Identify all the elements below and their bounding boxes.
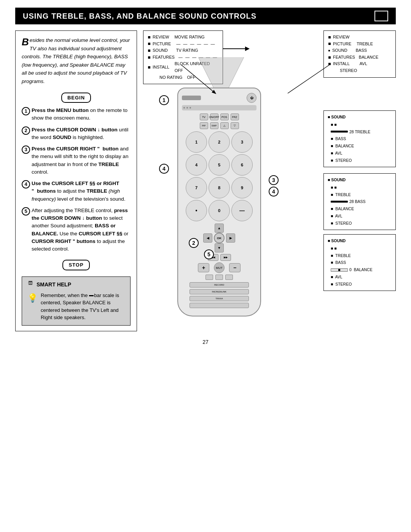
incredilink-btn[interactable]: INCREDILINK bbox=[190, 289, 249, 294]
step-1-number: 1 bbox=[22, 107, 30, 115]
step-circle-4a: 4 bbox=[159, 164, 169, 174]
step-2: 2 Press the CURSOR DOWN ↓ button until t… bbox=[22, 126, 131, 142]
menu5-sound-label: ■ SOUND bbox=[328, 238, 392, 244]
lightbulb-icon: 💡 bbox=[27, 292, 38, 304]
step-circle-1: 1 bbox=[159, 95, 169, 105]
drop-cap: B bbox=[22, 37, 29, 47]
smarthelp-icon bbox=[27, 281, 33, 288]
menu1-sound: SOUNDTV RATING bbox=[148, 47, 218, 54]
ffwd-btn[interactable]: ▶▶ bbox=[220, 254, 231, 261]
num-6[interactable]: 6 bbox=[231, 154, 253, 176]
menu4-balance: ■ BALANCE bbox=[331, 206, 392, 212]
power-button[interactable]: ⏻ bbox=[247, 93, 256, 103]
num-7[interactable]: 7 bbox=[186, 177, 207, 198]
tv-btn[interactable]: TV bbox=[200, 113, 208, 120]
step-circle-3: 3 bbox=[269, 175, 279, 185]
num-dot[interactable]: • bbox=[186, 200, 207, 221]
menu5-bass: ■ BASS bbox=[331, 259, 392, 266]
intro-text: B esides the normal volume level control… bbox=[22, 36, 131, 86]
num-2[interactable]: 2 bbox=[209, 131, 230, 153]
menu4-bass: 28 BASS bbox=[331, 198, 392, 205]
menu3-balance: ■ BALANCE bbox=[331, 143, 392, 149]
position-btn[interactable]: POS bbox=[220, 113, 229, 120]
remote-top: ⏻ bbox=[182, 93, 256, 103]
menu5-dots: ■ ■ bbox=[331, 245, 392, 252]
remote-bottom: RECORD INCREDILINK TRIVIA bbox=[182, 282, 256, 308]
step-5-content: After adjusting the TREBLE control, pres… bbox=[32, 207, 131, 253]
menu4-avl: ■ AVL bbox=[331, 213, 392, 219]
arrow-right bbox=[223, 45, 250, 54]
menu-box-3: ■ SOUND ■ ■ 28 TREBLE ■ BASS ■ BALANCE ■… bbox=[323, 110, 396, 167]
small-btn-2[interactable] bbox=[215, 275, 223, 280]
menu3-stereo: ■ STEREO bbox=[331, 157, 392, 164]
menu3-bass: ■ BASS bbox=[331, 136, 392, 142]
page-title: Using Treble, Bass, and Balance Sound Co… bbox=[23, 12, 256, 21]
step-4-number: 4 bbox=[22, 180, 30, 189]
menu3-sound-label: ■ SOUND bbox=[328, 114, 392, 120]
remote-top-buttons: TV ON/OFF POS FRZ bbox=[182, 113, 256, 120]
on-off-btn[interactable]: ON/OFF bbox=[210, 113, 218, 120]
remote-screen bbox=[182, 105, 256, 110]
stop-badge: Stop bbox=[62, 260, 89, 270]
dpad-up[interactable]: ▲ bbox=[215, 224, 224, 233]
svg-marker-4 bbox=[245, 46, 250, 51]
channel-down-btn[interactable]: ▽ bbox=[231, 122, 239, 129]
num-8[interactable]: 8 bbox=[209, 177, 230, 198]
trivia-btn[interactable]: TRIVIA bbox=[190, 296, 249, 301]
svg-marker-5 bbox=[198, 57, 244, 88]
dpad-right[interactable]: ▶ bbox=[226, 233, 235, 243]
step-5-number: 5 bbox=[22, 207, 30, 216]
remote-dpad: ▲ ◀ OK ▶ ▼ bbox=[202, 224, 236, 252]
menu3-avl: ■ AVL bbox=[331, 150, 392, 157]
dpad-down[interactable]: ▼ bbox=[215, 243, 224, 252]
swap-btn[interactable]: SWP bbox=[210, 122, 218, 129]
num-3[interactable]: 3 bbox=[231, 131, 253, 153]
vol-plus-btn[interactable]: + bbox=[198, 263, 209, 272]
menu4-sound-label: ■ SOUND bbox=[328, 177, 392, 183]
num-5[interactable]: 5 bbox=[209, 154, 230, 176]
remote-control: ⏻ TV ON/OFF POS FRZ bbox=[166, 88, 272, 316]
menu5-balance: 0 BALANCE bbox=[331, 267, 392, 273]
remote-media-controls: ◀◀ ▶▶ bbox=[182, 254, 256, 261]
menu2-review: REVIEW bbox=[328, 34, 391, 41]
step-1-content: Press the MENU button on the remote to s… bbox=[32, 107, 131, 122]
num-1[interactable]: 1 bbox=[186, 131, 207, 153]
right-panel: REVIEWMOVIE RATING PICTURE— — — — — — SO… bbox=[143, 30, 396, 331]
small-btn-3[interactable] bbox=[225, 275, 233, 280]
num-4[interactable]: 4 bbox=[186, 154, 207, 176]
menu5-treble: ■ TREBLE bbox=[331, 252, 392, 259]
pip-btn[interactable]: PIP bbox=[200, 122, 208, 129]
menu4-treble: ■ TREBLE bbox=[331, 192, 392, 198]
menu2-picture: PICTURETREBLE bbox=[328, 41, 391, 48]
step-1: 1 Press the MENU button on the remote to… bbox=[22, 107, 131, 122]
begin-badge: Begin bbox=[61, 93, 91, 103]
left-panel: B esides the normal volume level control… bbox=[15, 30, 137, 331]
svg-rect-9 bbox=[338, 269, 340, 271]
step-3-content: Press the CURSOR RIGHT " button and the … bbox=[32, 145, 131, 176]
menu2-features: FEATURESBALANCE bbox=[328, 54, 391, 61]
step-3-number: 3 bbox=[22, 145, 30, 154]
remote-brand bbox=[182, 96, 201, 100]
channel-up-btn[interactable]: △ bbox=[220, 122, 229, 129]
dpad-center[interactable]: OK bbox=[214, 233, 225, 243]
menu1-review: REVIEWMOVIE RATING bbox=[148, 34, 218, 41]
smart-help-box: Smart Help 💡 Remember, when the bar scal… bbox=[22, 276, 131, 326]
smart-help-body: 💡 Remember, when the bar scale is center… bbox=[27, 292, 125, 321]
mute-btn[interactable]: MUT bbox=[214, 262, 225, 273]
num-9[interactable]: 9 bbox=[231, 177, 253, 198]
extra-btn[interactable] bbox=[190, 303, 249, 308]
vol-minus-btn[interactable]: − bbox=[229, 263, 241, 272]
remote-small-buttons bbox=[182, 275, 256, 280]
record-btn[interactable]: RECORD bbox=[190, 282, 249, 288]
num-0[interactable]: 0 bbox=[209, 200, 230, 221]
remote-body: ⏻ TV ON/OFF POS FRZ bbox=[177, 88, 261, 316]
smart-help-header: Smart Help bbox=[27, 281, 125, 289]
num-dash[interactable]: — bbox=[231, 200, 253, 221]
step-5: 5 After adjusting the TREBLE control, pr… bbox=[22, 207, 131, 253]
intro-body: esides the normal volume level control, … bbox=[22, 37, 130, 84]
freeze-btn[interactable]: FRZ bbox=[231, 113, 239, 120]
small-btn-1[interactable] bbox=[206, 275, 213, 280]
smart-help-text: Remember, when the bar scale is centered… bbox=[41, 292, 125, 321]
step-2-content: Press the CURSOR DOWN ↓ button until the… bbox=[32, 126, 131, 142]
dpad-left[interactable]: ◀ bbox=[203, 233, 212, 243]
